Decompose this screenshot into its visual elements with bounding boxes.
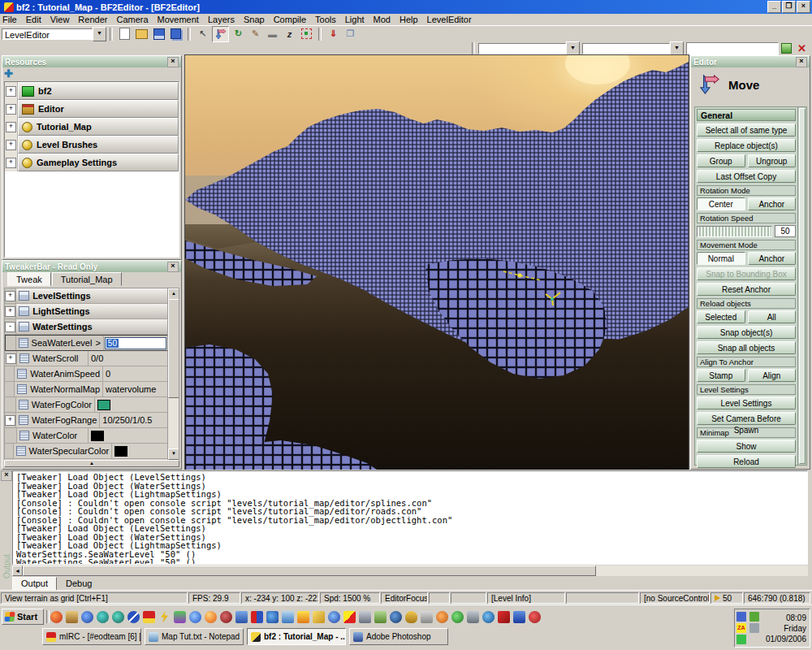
panel-splitter[interactable]: ▲ [4,460,179,467]
tweaker-row-waterfogrange[interactable]: + WaterFogRange 10/250/1/0.5 [5,413,168,428]
reset-anchor-button[interactable]: Reset Anchor [697,283,796,296]
group-button[interactable]: Group [697,154,745,167]
snap-objects-button[interactable]: Snap object(s) [697,326,796,339]
color-swatch[interactable] [97,400,110,410]
move-tool-icon[interactable] [212,26,229,42]
console-hscrollbar[interactable]: ◄ [12,566,808,576]
expander-icon[interactable]: + [6,140,16,150]
quicklaunch-icon[interactable] [189,611,201,623]
tweaker-group-watersettings[interactable]: - WaterSettings [5,319,168,335]
spline-tool-icon[interactable]: z [282,27,297,41]
quicklaunch-icon[interactable] [143,611,155,623]
color-swatch[interactable] [114,446,127,457]
expander-icon[interactable]: + [6,86,16,97]
menu-tools[interactable]: Tools [315,15,336,24]
menu-snap[interactable]: Snap [244,15,265,24]
level-settings-button[interactable]: Level Settings [697,396,796,410]
last-offset-copy-button[interactable]: Last Offset Copy [697,170,796,183]
expander-icon[interactable]: + [6,122,16,132]
task-mirc[interactable]: mIRC - [#eodteam [6] [+nt... [42,628,141,645]
task-bf2editor[interactable]: bf2 : Tutorial_Map - ... [247,628,346,645]
menu-file[interactable]: File [2,15,17,24]
cable-tray-icon[interactable] [736,635,746,644]
zonealarm-tray-icon[interactable]: ZA [736,623,746,633]
tab-debug[interactable]: Debug [57,577,101,591]
quicklaunch-icon[interactable] [97,611,109,623]
quicklaunch-icon[interactable] [220,611,232,623]
quicklaunch-icon[interactable] [174,611,186,623]
expander-icon[interactable]: + [5,291,15,301]
menu-leveleditor[interactable]: LevelEditor [427,15,472,24]
clear-filter-icon[interactable]: ✕ [794,41,810,56]
chevron-down-icon[interactable]: ▼ [670,41,684,56]
resource-item-bf2[interactable]: + bf2 [5,82,179,100]
quicklaunch-icon[interactable] [66,611,78,623]
snap-all-objects-button[interactable]: Snap all objects [697,341,796,354]
rotate-tool-icon[interactable]: ↻ [231,27,246,41]
apply-filter-icon[interactable] [780,41,793,56]
replace-objects-button[interactable]: Replace object(s) [697,139,796,152]
duplicate-icon[interactable]: ❐ [343,27,358,41]
quicklaunch-icon[interactable] [112,611,124,623]
quicklaunch-icon[interactable] [251,611,263,623]
tweaker-row-seawaterlevel[interactable]: SeaWaterLevel> 50 [5,335,168,351]
quicklaunch-icon[interactable] [374,611,387,623]
quicklaunch-icon[interactable] [390,611,402,623]
search-input[interactable] [686,42,779,55]
expander-icon[interactable]: + [5,306,15,317]
tab-output[interactable]: Output [12,577,57,591]
chevron-down-icon[interactable]: ▼ [93,27,106,41]
import-icon[interactable]: ⇓ [326,27,341,41]
close-icon[interactable]: × [1,470,12,481]
expander-icon[interactable]: + [6,353,16,364]
quicklaunch-icon[interactable] [482,611,495,623]
slider-track[interactable] [697,226,772,237]
resource-item-tutorial-map[interactable]: + Tutorial_Map [5,118,179,136]
rotation-anchor-button[interactable]: Anchor [748,197,797,210]
quicklaunch-icon[interactable] [328,611,340,623]
menu-light[interactable]: Light [345,15,365,24]
menu-edit[interactable]: Edit [26,15,41,24]
rotation-center-button[interactable]: Center [697,197,745,210]
menu-camera[interactable]: Camera [116,15,148,24]
quicklaunch-icon[interactable] [343,611,356,623]
chevron-down-icon[interactable]: ▼ [566,41,580,56]
menu-mod[interactable]: Mod [374,15,391,24]
save-icon[interactable] [151,27,166,41]
quicklaunch-icon[interactable] [436,611,448,623]
minimap-show-button[interactable]: Show [697,440,796,453]
quicklaunch-icon[interactable] [405,611,417,623]
menu-render[interactable]: Render [78,15,107,24]
quicklaunch-icon[interactable] [81,611,93,623]
resource-item-editor[interactable]: + Editor [5,100,179,118]
close-icon[interactable]: × [167,262,179,272]
quicklaunch-icon[interactable] [451,611,464,623]
console-log[interactable]: [Tweaker] Load Object (LevelSettings) [T… [12,470,808,565]
tweaker-row-waterfogcolor[interactable]: WaterFogColor [5,397,168,413]
menu-view[interactable]: View [50,15,70,24]
resources-panel-titlebar[interactable]: Resources × [2,56,181,67]
seawaterlevel-input[interactable]: 50 [105,337,166,349]
paint-tool-icon[interactable]: ✎ [248,27,263,41]
general-group-header[interactable]: General [697,109,796,121]
menu-help[interactable]: Help [400,15,418,24]
quicklaunch-icon[interactable] [498,611,510,623]
filter-combobox-1[interactable]: ▼ [478,42,580,55]
scroll-up-icon[interactable]: ▲ [168,288,179,300]
start-button[interactable]: Start [2,609,44,625]
tab-tutorial-map[interactable]: Tutorial_Map [52,272,122,286]
expander-icon[interactable]: + [6,104,16,115]
resource-item-gameplay-settings[interactable]: + Gameplay Settings [5,154,179,171]
close-icon[interactable]: × [167,57,179,67]
menu-compile[interactable]: Compile [274,15,306,24]
region-select-icon[interactable] [299,27,314,41]
close-button[interactable]: × [797,1,810,13]
editor-mode-combobox[interactable]: LevelEditor ▼ [2,28,106,41]
new-icon[interactable] [117,27,132,41]
tweaker-row-wateranimspeed[interactable]: WaterAnimSpeed 0 [5,366,168,382]
menu-layers[interactable]: Layers [208,15,235,24]
rotation-speed-value[interactable]: 50 [775,225,796,237]
resource-item-level-brushes[interactable]: + Level Brushes [5,136,179,154]
quicklaunch-icon[interactable] [313,611,325,623]
measure-tool-icon[interactable]: ▬ [265,27,280,41]
